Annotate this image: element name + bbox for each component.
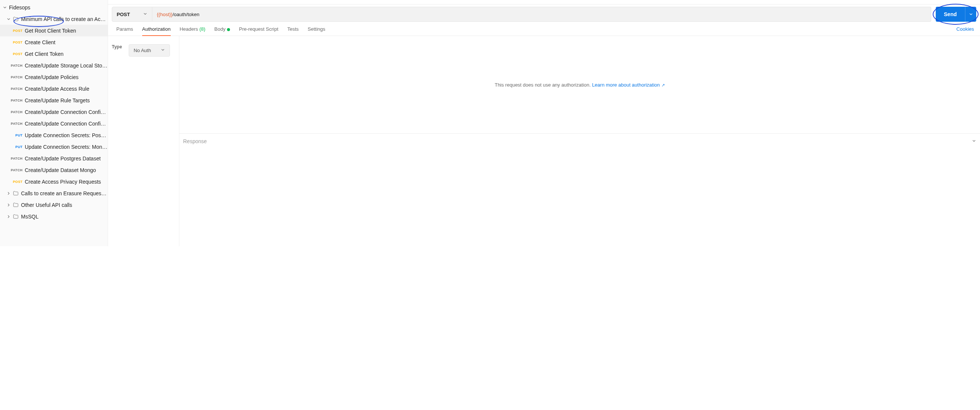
request-label: Create/Update Connection Configs: Mongo <box>25 121 108 127</box>
auth-type-label: Type <box>112 44 122 49</box>
request-label: Create Access Privacy Requests <box>25 179 101 185</box>
sidebar-folder-item[interactable]: Other Useful API calls <box>0 199 108 211</box>
request-label: Create/Update Connection Configs: Postgr… <box>25 109 108 115</box>
chevron-down-icon <box>161 47 165 53</box>
sidebar-request-item[interactable]: PUTUpdate Connection Secrets: Mongo <box>0 141 108 152</box>
method-badge: PATCH <box>10 110 22 114</box>
auth-type-select[interactable]: No Auth <box>129 44 170 57</box>
request-label: Create Client <box>25 40 56 45</box>
method-badge: PATCH <box>10 98 22 102</box>
chevron-right-icon <box>6 191 11 196</box>
request-label: Create/Update Storage Local Storage Conf… <box>25 63 108 68</box>
request-label: Get Client Token <box>25 51 64 57</box>
url-path: /oauth/token <box>173 12 200 17</box>
method-label: POST <box>117 12 130 17</box>
folder-icon <box>13 202 19 208</box>
cookies-link[interactable]: Cookies <box>954 26 976 36</box>
chevron-right-icon <box>6 203 11 207</box>
response-label: Response <box>183 138 207 144</box>
folder-label: Calls to create an Erasure Request (Assu… <box>21 190 108 196</box>
folder-icon <box>13 214 19 220</box>
sidebar-request-item[interactable]: POSTCreate Client <box>0 36 108 48</box>
request-label: Create/Update Postgres Dataset <box>25 155 100 161</box>
auth-learn-more-link[interactable]: Learn more about authorization↗ <box>592 82 665 88</box>
folder-label: Minimum API calls to create an Access Pr… <box>21 16 108 22</box>
request-tabs: Params Authorization Headers (8) Body Pr… <box>108 22 980 36</box>
method-badge: POST <box>10 52 22 56</box>
sidebar-request-item[interactable]: POSTGet Client Token <box>0 48 108 60</box>
method-badge: POST <box>10 180 22 184</box>
send-options-button[interactable] <box>965 7 976 22</box>
url-input[interactable]: {{host}}/oauth/token <box>152 7 931 22</box>
chevron-down-icon <box>6 16 11 22</box>
method-badge: PATCH <box>10 87 22 91</box>
external-link-icon: ↗ <box>662 83 665 87</box>
method-badge: PATCH <box>10 122 22 125</box>
chevron-down-icon <box>143 12 148 17</box>
folder-main[interactable]: Minimum API calls to create an Access Pr… <box>0 13 108 25</box>
tab-headers[interactable]: Headers (8) <box>175 26 210 36</box>
sidebar-request-item[interactable]: PATCHCreate/Update Policies <box>0 71 108 83</box>
chevron-down-icon <box>2 5 8 10</box>
folder-icon <box>13 16 19 22</box>
sidebar-request-item[interactable]: PATCHCreate/Update Access Rule <box>0 83 108 95</box>
send-button[interactable]: Send <box>936 7 965 22</box>
sidebar-folder-item[interactable]: Calls to create an Erasure Request (Assu… <box>0 187 108 199</box>
tab-params[interactable]: Params <box>112 26 138 36</box>
request-label: Create/Update Access Rule <box>25 86 89 92</box>
request-label: Create/Update Dataset Mongo <box>25 167 96 173</box>
method-badge: PATCH <box>10 168 22 172</box>
method-badge: POST <box>10 29 22 33</box>
sidebar-request-item[interactable]: POSTGet Root Client Token <box>0 25 108 36</box>
request-label: Get Root Client Token <box>25 28 76 34</box>
tab-authorization[interactable]: Authorization <box>138 26 175 36</box>
dot-indicator-icon <box>227 28 230 31</box>
sidebar-request-item[interactable]: PATCHCreate/Update Connection Configs: P… <box>0 106 108 118</box>
method-badge: PUT <box>10 133 22 137</box>
sidebar-request-item[interactable]: PATCHCreate/Update Rule Targets <box>0 95 108 106</box>
collection-root[interactable]: Fidesops <box>0 2 108 13</box>
main-panel: POST {{host}}/oauth/token Send Params <box>108 0 980 246</box>
request-label: Update Connection Secrets: Postgres <box>25 132 108 138</box>
sidebar: Fidesops Minimum API calls to create an … <box>0 0 108 246</box>
request-label: Create/Update Rule Targets <box>25 97 90 103</box>
method-badge: PATCH <box>10 157 22 160</box>
sidebar-request-item[interactable]: PUTUpdate Connection Secrets: Postgres <box>0 129 108 141</box>
chevron-down-icon[interactable] <box>972 138 976 144</box>
sidebar-folder-item[interactable]: MsSQL <box>0 211 108 222</box>
sidebar-request-item[interactable]: PATCHCreate/Update Dataset Mongo <box>0 164 108 176</box>
tab-prerequest[interactable]: Pre-request Script <box>234 26 283 36</box>
auth-body: This request does not use any authorizat… <box>179 36 980 133</box>
response-section: Response <box>179 133 980 149</box>
sidebar-request-item[interactable]: PATCHCreate/Update Connection Configs: M… <box>0 118 108 129</box>
tab-tests[interactable]: Tests <box>283 26 303 36</box>
method-badge: POST <box>10 41 22 44</box>
auth-type-panel: Type No Auth <box>108 36 179 246</box>
method-badge: PATCH <box>10 75 22 79</box>
tab-body[interactable]: Body <box>210 26 234 36</box>
method-badge: PUT <box>10 145 22 149</box>
tab-settings[interactable]: Settings <box>303 26 330 36</box>
method-select[interactable]: POST <box>112 7 152 22</box>
sidebar-request-item[interactable]: PATCHCreate/Update Storage Local Storage… <box>0 60 108 71</box>
request-label: Update Connection Secrets: Mongo <box>25 144 108 150</box>
sidebar-request-item[interactable]: POSTCreate Access Privacy Requests <box>0 176 108 187</box>
folder-icon <box>13 190 19 196</box>
collection-label: Fidesops <box>9 5 30 11</box>
sidebar-request-item[interactable]: PATCHCreate/Update Postgres Dataset <box>0 152 108 164</box>
method-badge: PATCH <box>10 64 22 68</box>
request-bar: POST {{host}}/oauth/token Send <box>112 7 976 22</box>
chevron-right-icon <box>6 214 11 219</box>
auth-message: This request does not use any authorizat… <box>495 82 592 88</box>
request-label: Create/Update Policies <box>25 74 78 80</box>
folder-label: Other Useful API calls <box>21 202 72 208</box>
folder-label: MsSQL <box>21 214 39 220</box>
url-variable: {{host}} <box>157 12 173 17</box>
